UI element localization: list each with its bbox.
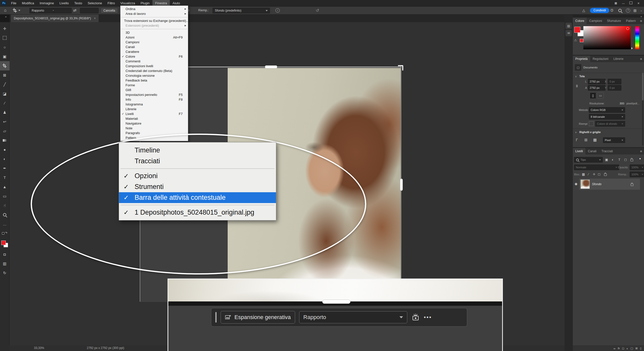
object-selection-tool[interactable]: ▣	[0, 52, 10, 61]
ratio-preset-dropdown[interactable]: Rapporto	[29, 8, 57, 13]
share-button[interactable]: Condividi	[590, 8, 609, 13]
layer-effects-icon[interactable]: fx	[618, 347, 620, 350]
lock-position-icon[interactable]: ✛	[593, 172, 595, 176]
hue-slider[interactable]	[635, 26, 639, 49]
hue-slider-pointer[interactable]	[631, 47, 633, 49]
panel-tab[interactable]: Sfumature	[605, 18, 623, 24]
window-menu-item[interactable]: Canali	[120, 45, 188, 49]
rulers-icon[interactable]: Γ	[576, 138, 578, 142]
close-button[interactable]: ×	[635, 1, 641, 5]
new-layer-icon[interactable]: ⊞	[635, 347, 638, 350]
window-menu-item[interactable]: Credenziali del contenuto (Beta)	[120, 68, 188, 73]
default-swap-colors[interactable]	[0, 229, 10, 238]
layer-group-icon[interactable]: ▢	[630, 347, 633, 350]
pen-tool[interactable]: ✒	[0, 164, 10, 173]
comments-panel-icon[interactable]: ✉	[566, 30, 572, 36]
more-tools[interactable]: …	[0, 219, 10, 229]
search-icon[interactable]	[618, 6, 622, 14]
crop-top-handle[interactable]	[265, 65, 277, 68]
units-dropdown[interactable]: Pixel	[603, 137, 625, 143]
menu-bar-item[interactable]: File	[8, 0, 19, 6]
path-selection-tool[interactable]: ▲	[0, 182, 10, 191]
magnified-menu-item[interactable]: Opzioni	[119, 171, 276, 181]
window-menu-item[interactable]: Materiali	[120, 116, 188, 121]
panel-tab[interactable]: Librerie	[611, 56, 626, 62]
filter-type-icon[interactable]: T	[618, 158, 620, 162]
crop-bottom-handle[interactable]	[322, 300, 350, 304]
window-menu-item[interactable]: Area di lavoro	[120, 11, 188, 16]
lock-all-icon[interactable]	[604, 174, 607, 176]
crop-right-handle[interactable]	[400, 179, 403, 191]
gradient-tool[interactable]	[0, 136, 10, 145]
lock-transparency-icon[interactable]: ▩	[582, 172, 585, 176]
window-menu-item[interactable]: Librerie	[120, 107, 188, 111]
bell-icon[interactable]: Ω	[611, 6, 613, 14]
window-menu-item[interactable]: Cronologia versione	[120, 73, 188, 78]
canvas-height-field[interactable]: 2792 px	[588, 85, 606, 91]
window-menu-item[interactable]: Carattere	[120, 49, 188, 54]
lock-artboard-icon[interactable]: ◻	[598, 172, 600, 176]
eyedropper-tool[interactable]: ╱	[0, 80, 10, 89]
panel-tab[interactable]: Colore	[573, 18, 587, 24]
window-menu-item[interactable]: Azioni Alt+F9	[120, 35, 188, 40]
link-layers-icon[interactable]: ∞	[614, 347, 616, 350]
crop-top-right-corner-handle[interactable]	[398, 65, 403, 70]
swap-dimensions-icon[interactable]: ⇄	[73, 6, 76, 14]
home-icon[interactable]: ⌂	[4, 6, 7, 14]
layer-row[interactable]: ◉ Sfondo	[573, 179, 644, 190]
layer-filter-search[interactable]: Tipo	[574, 157, 603, 163]
restore-button[interactable]	[628, 2, 634, 5]
window-menu-item[interactable]: Navigatore	[120, 121, 188, 126]
canvas-y-field[interactable]: 0 px	[608, 85, 621, 91]
panel-menu-icon[interactable]: ≡	[640, 57, 642, 61]
menu-bar-item[interactable]: Selezione	[85, 0, 105, 6]
window-menu-item[interactable]: Paragrafo	[120, 131, 188, 135]
filter-pin-icon[interactable]: ●	[639, 157, 641, 160]
panel-tab[interactable]: Canali	[585, 148, 599, 154]
panel-book-icon[interactable]: ▤	[633, 6, 636, 14]
fill-dropdown[interactable]: Sfondo (predefinito)	[213, 8, 270, 13]
chevron-down-icon[interactable]: ∨	[575, 75, 577, 78]
lock-pixels-icon[interactable]: ∕	[588, 172, 589, 176]
color-mode-dropdown[interactable]: Colore RGB	[589, 107, 625, 113]
menu-bar-item[interactable]: Modifica	[19, 0, 37, 6]
filter-adjustment-icon[interactable]: ◐	[612, 158, 614, 162]
delete-layer-icon[interactable]: ▯	[640, 347, 641, 350]
history-panel-icon[interactable]: ▤	[566, 23, 572, 29]
menu-bar-item[interactable]: Livello	[57, 0, 71, 6]
type-tool[interactable]: T	[0, 173, 10, 182]
gamut-color-chip[interactable]	[580, 39, 583, 42]
device-preview-icon[interactable]: △	[582, 6, 585, 14]
ratio-dropdown[interactable]: Rapporto	[299, 311, 407, 323]
saturation-brightness-field[interactable]	[583, 26, 631, 49]
hand-tool[interactable]: ☝	[0, 201, 10, 210]
window-menu-item[interactable]: Feedback beta	[120, 78, 188, 83]
close-tab-icon[interactable]: ×	[94, 17, 96, 20]
document-tab[interactable]: Depositphotos_50248015_original.jpg @ 33…	[11, 14, 99, 22]
layer-mask-icon[interactable]: ◻	[622, 347, 624, 350]
window-menu-item[interactable]: Istogramma	[120, 102, 188, 107]
color-swatches[interactable]	[0, 238, 10, 250]
layer-thumbnail[interactable]	[581, 180, 590, 189]
foreground-color-swatch[interactable]	[574, 27, 580, 33]
help-icon[interactable]: ?	[626, 6, 630, 14]
clear-button[interactable]: Cancella	[101, 8, 118, 13]
transparency-grid-icon[interactable]: ▩	[593, 138, 597, 142]
window-menu-item[interactable]: Impostazioni pennello F5	[120, 92, 188, 97]
toolbar-collapse-icon[interactable]: »	[5, 15, 7, 18]
menu-bar-item[interactable]: Immagine	[37, 0, 57, 6]
lasso-tool[interactable]: ○	[0, 43, 10, 52]
marquee-tool[interactable]	[0, 33, 10, 43]
crop-tool[interactable]	[0, 61, 10, 70]
landscape-orientation-button[interactable]: ▭	[597, 92, 604, 99]
blur-tool[interactable]: ●	[0, 145, 10, 154]
dodge-tool[interactable]: ◐	[0, 154, 10, 164]
fill-mode-dropdown[interactable]: Colore di sfondo	[595, 121, 625, 127]
panel-tab[interactable]: Campioni	[587, 18, 605, 24]
generative-expand-button[interactable]: Espansione generativa	[221, 311, 295, 324]
magnified-menu-item[interactable]: Barra delle attività contestuale	[119, 192, 276, 203]
window-layout-icon[interactable]: ▦	[613, 2, 619, 5]
panel-menu-icon[interactable]: ≡	[640, 19, 642, 23]
window-menu-item[interactable]: Forme	[120, 83, 188, 88]
frame-tool[interactable]: ⊠	[0, 70, 10, 80]
